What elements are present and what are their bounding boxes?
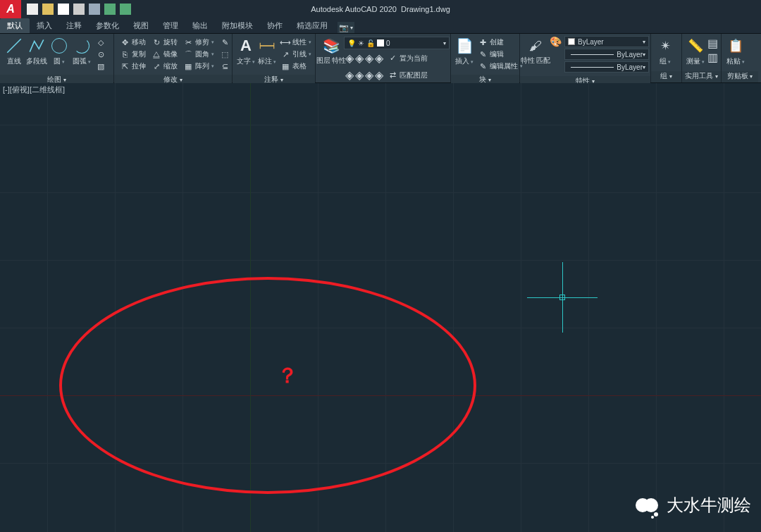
layer-props-button[interactable]: 📚 图层 特性 bbox=[318, 35, 344, 64]
fillet-button[interactable]: ⌒圆角 bbox=[182, 49, 216, 60]
mirror-button[interactable]: ⧋镜像 bbox=[150, 49, 179, 60]
draw-misc3[interactable]: ▧ bbox=[94, 61, 107, 72]
tab-view[interactable]: 视图 bbox=[126, 18, 156, 33]
color-combo[interactable]: ByLayer bbox=[564, 36, 649, 47]
text-button[interactable]: A 文字 bbox=[235, 35, 256, 66]
annotation-ellipse bbox=[59, 277, 476, 494]
line-button[interactable]: 直线 bbox=[3, 35, 25, 66]
lineweight-combo[interactable]: ByLayer bbox=[564, 49, 649, 60]
tab-default[interactable]: 默认 bbox=[0, 18, 30, 33]
linear-button[interactable]: ⟷线性 bbox=[279, 37, 313, 48]
color-wheel-icon[interactable]: 🎨 bbox=[550, 36, 562, 47]
tab-collab[interactable]: 协作 bbox=[260, 18, 290, 33]
layer-combo[interactable]: 💡 ☀ 🔓 0 bbox=[344, 37, 450, 49]
trim-button[interactable]: ✂修剪 bbox=[182, 37, 216, 48]
panel-util-title[interactable]: 实用工具 bbox=[682, 71, 721, 82]
copy-button[interactable]: ⎘复制 bbox=[118, 49, 147, 60]
qat-redo-icon[interactable] bbox=[120, 4, 131, 15]
app-logo[interactable]: A bbox=[0, 0, 21, 18]
draw-misc1[interactable]: ◇ bbox=[94, 37, 107, 48]
match-props-button[interactable]: 🖌 特性 匹配 bbox=[523, 35, 548, 64]
qat-save-icon[interactable] bbox=[58, 4, 69, 15]
watermark: 大水牛测绘 bbox=[636, 494, 751, 516]
view-label[interactable]: [-][俯视][二维线框] bbox=[3, 85, 65, 95]
linetype-combo[interactable]: ByLayer bbox=[564, 61, 649, 73]
title-bar: A Autodesk AutoCAD 2020 Drawing1.dwg bbox=[0, 0, 761, 18]
block-editattr-button[interactable]: ✎编辑属性 bbox=[476, 61, 524, 72]
lock-icon: 🔓 bbox=[366, 39, 375, 47]
panel-group-title[interactable]: 组 bbox=[651, 71, 681, 82]
qat-undo-icon[interactable] bbox=[104, 4, 116, 15]
block-create-button[interactable]: ✚创建 bbox=[476, 37, 524, 48]
measure-button[interactable]: 📏 测量 bbox=[685, 35, 706, 66]
array-button[interactable]: ▦阵列 bbox=[182, 61, 216, 72]
tab-featured[interactable]: 精选应用 bbox=[290, 18, 335, 33]
set-current-button[interactable]: ✓置为当前 bbox=[386, 50, 429, 66]
panel-block: 📄 插入 ✚创建 ✎编辑 ✎编辑属性 块 bbox=[451, 34, 520, 82]
quick-access-toolbar bbox=[21, 4, 137, 15]
modify-misc3[interactable]: ⊆ bbox=[218, 61, 231, 72]
modify-misc2[interactable]: ⬚ bbox=[218, 49, 231, 60]
panel-draw: 直线 多段线 圆 圆弧 ◇ ⊙ ▧ 绘图 bbox=[0, 34, 114, 82]
panel-util: 📏 测量 ▤ ▥ 实用工具 bbox=[682, 34, 722, 82]
tab-parametric[interactable]: 参数化 bbox=[89, 18, 126, 33]
qat-open-icon[interactable] bbox=[42, 4, 54, 15]
line-icon bbox=[5, 37, 23, 55]
panel-group: ✴ 组 组 bbox=[651, 34, 682, 82]
tab-output[interactable]: 输出 bbox=[185, 18, 215, 33]
insert-block-button[interactable]: 📄 插入 bbox=[454, 35, 475, 66]
panel-clipboard: 📋 粘贴 剪贴板 bbox=[722, 34, 758, 82]
modify-misc1[interactable]: ✎ bbox=[218, 37, 231, 48]
wechat-icon bbox=[636, 495, 660, 515]
layer-ico4[interactable]: ◈ bbox=[375, 51, 383, 65]
arc-icon bbox=[74, 38, 89, 54]
text-icon: A bbox=[237, 37, 255, 55]
layer-ico2[interactable]: ◈ bbox=[355, 51, 364, 65]
panel-layers: 📚 图层 特性 💡 ☀ 🔓 0 ◈ ◈ ◈ ◈ bbox=[316, 34, 451, 82]
match-props-icon: 🖌 bbox=[526, 37, 545, 55]
circle-button[interactable]: 圆 bbox=[48, 35, 70, 66]
watermark-text: 大水牛测绘 bbox=[667, 494, 751, 516]
tab-addins[interactable]: 附加模块 bbox=[215, 18, 260, 33]
dim-button[interactable]: 标注 bbox=[256, 35, 278, 66]
panel-props: 🖌 特性 匹配 🎨 ByLayer ByLayer ByLayer 特性 bbox=[520, 34, 651, 82]
rotate-button[interactable]: ↻旋转 bbox=[150, 37, 179, 48]
qat-new-icon[interactable] bbox=[27, 4, 38, 15]
sun-icon: ☀ bbox=[358, 39, 364, 47]
tab-camera-icon[interactable]: 📷 bbox=[338, 22, 354, 33]
polyline-button[interactable]: 多段线 bbox=[25, 35, 48, 66]
stretch-button[interactable]: ⇱拉伸 bbox=[118, 61, 147, 72]
arc-button[interactable]: 圆弧 bbox=[70, 35, 93, 66]
measure-icon: 📏 bbox=[686, 37, 705, 55]
paste-button[interactable]: 📋 粘贴 bbox=[724, 35, 747, 66]
title-text: Autodesk AutoCAD 2020 Drawing1.dwg bbox=[311, 5, 450, 13]
layer-props-icon: 📚 bbox=[322, 37, 340, 55]
paste-icon: 📋 bbox=[726, 37, 745, 55]
block-edit-button[interactable]: ✎编辑 bbox=[476, 49, 524, 60]
layer-ico7[interactable]: ◈ bbox=[365, 68, 373, 82]
drawing-canvas[interactable]: [-][俯视][二维线框] ？ 大水牛测绘 bbox=[0, 83, 761, 532]
layer-ico1[interactable]: ◈ bbox=[345, 51, 354, 65]
qat-saveas-icon[interactable] bbox=[73, 4, 85, 15]
match-layer-button[interactable]: ⇄匹配图层 bbox=[386, 67, 429, 83]
tab-manage[interactable]: 管理 bbox=[156, 18, 185, 33]
layer-ico8[interactable]: ◈ bbox=[375, 68, 383, 82]
move-button[interactable]: ✥移动 bbox=[118, 37, 147, 48]
tab-annotate[interactable]: 注释 bbox=[59, 18, 89, 33]
layer-ico5[interactable]: ◈ bbox=[345, 68, 354, 82]
bulb-icon: 💡 bbox=[347, 39, 356, 47]
panel-annotate: A 文字 标注 ⟷线性 ↗引线 ▦表格 注释 bbox=[233, 34, 316, 82]
layer-ico6[interactable]: ◈ bbox=[355, 68, 364, 82]
qat-plot-icon[interactable] bbox=[89, 4, 100, 15]
table-button[interactable]: ▦表格 bbox=[279, 61, 313, 72]
tab-insert[interactable]: 插入 bbox=[30, 18, 59, 33]
draw-misc2[interactable]: ⊙ bbox=[94, 49, 107, 60]
util-ico1[interactable]: ▤ bbox=[707, 37, 718, 50]
util-ico2[interactable]: ▥ bbox=[707, 51, 718, 64]
leader-button[interactable]: ↗引线 bbox=[279, 49, 313, 60]
group-button[interactable]: ✴ 组 bbox=[654, 35, 676, 66]
dimension-icon bbox=[258, 37, 276, 55]
panel-clip-title[interactable]: 剪贴板 bbox=[722, 71, 758, 82]
scale-button[interactable]: ⤢缩放 bbox=[150, 61, 179, 72]
layer-ico3[interactable]: ◈ bbox=[365, 51, 373, 65]
